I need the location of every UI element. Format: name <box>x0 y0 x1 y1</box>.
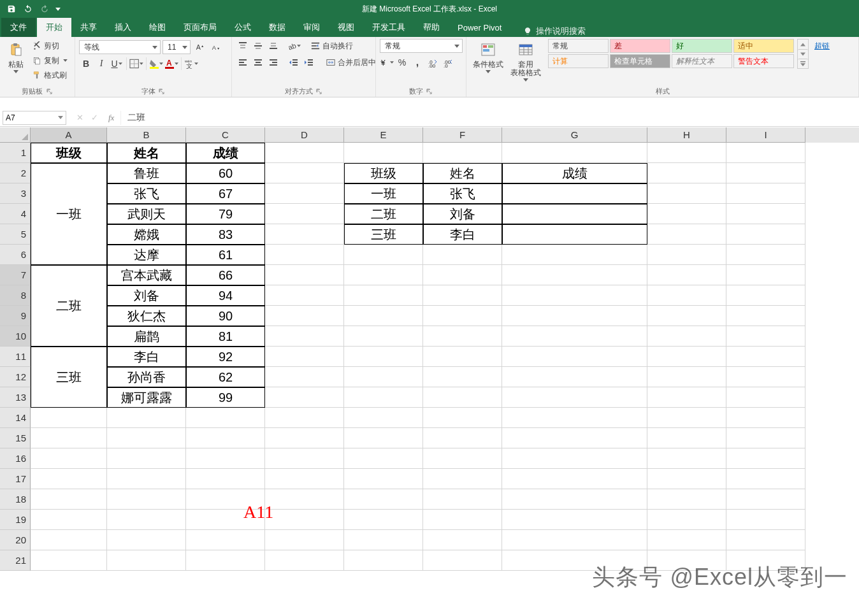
cell-G11[interactable] <box>502 347 647 367</box>
cell-E15[interactable] <box>344 428 423 448</box>
increase-font-button[interactable]: A▲ <box>192 40 206 54</box>
cell-E21[interactable] <box>344 550 423 571</box>
cell-C5[interactable]: 83 <box>186 224 265 245</box>
comma-button[interactable]: , <box>410 55 424 69</box>
cell-C8[interactable]: 94 <box>186 285 265 306</box>
cell-A19[interactable] <box>31 510 107 530</box>
cell-C7[interactable]: 66 <box>186 265 265 285</box>
cell-I10[interactable] <box>726 326 805 347</box>
cell-F9[interactable] <box>423 306 502 326</box>
col-header-E[interactable]: E <box>344 127 423 143</box>
fx-icon[interactable]: fx <box>108 113 114 123</box>
cell-G4[interactable] <box>502 204 647 224</box>
cell-H20[interactable] <box>647 530 726 550</box>
cell-F20[interactable] <box>423 530 502 550</box>
cell-I11[interactable] <box>726 347 805 367</box>
align-center-button[interactable] <box>251 55 265 69</box>
cell-B15[interactable] <box>107 428 186 448</box>
row-header-12[interactable]: 12 <box>0 367 31 387</box>
cell-G14[interactable] <box>502 408 647 428</box>
cell-B2[interactable]: 鲁班 <box>107 163 186 183</box>
align-bottom-button[interactable] <box>266 39 280 53</box>
row-header-6[interactable]: 6 <box>0 245 31 265</box>
col-header-H[interactable]: H <box>647 127 726 143</box>
name-box[interactable]: A7 <box>3 111 66 125</box>
cell-E2[interactable]: 班级 <box>344 163 423 183</box>
align-top-button[interactable] <box>236 39 250 53</box>
cell-E7[interactable] <box>344 265 423 285</box>
cell-F5[interactable]: 李白 <box>423 224 502 245</box>
cell-G20[interactable] <box>502 530 647 550</box>
cell-E16[interactable] <box>344 448 423 469</box>
cell-E5[interactable]: 三班 <box>344 224 423 245</box>
dialog-launcher-icon[interactable] <box>315 87 323 95</box>
cell-D9[interactable] <box>265 306 344 326</box>
cell-C10[interactable]: 81 <box>186 326 265 347</box>
cell-H1[interactable] <box>647 143 726 163</box>
cell-B4[interactable]: 武则天 <box>107 204 186 224</box>
cell-H14[interactable] <box>647 408 726 428</box>
cell-F10[interactable] <box>423 326 502 347</box>
percent-button[interactable]: % <box>395 55 409 69</box>
conditional-format-button[interactable]: 条件格式 <box>470 39 506 75</box>
cell-H16[interactable] <box>647 448 726 469</box>
cell-B9[interactable]: 狄仁杰 <box>107 306 186 326</box>
cell-D21[interactable] <box>265 550 344 571</box>
col-header-A[interactable]: A <box>31 127 107 143</box>
row-header-20[interactable]: 20 <box>0 530 31 550</box>
row-header-8[interactable]: 8 <box>0 285 31 306</box>
cell-A14[interactable] <box>31 408 107 428</box>
format-painter-button[interactable]: 格式刷 <box>30 68 70 82</box>
cell-F19[interactable] <box>423 510 502 530</box>
increase-decimal-button[interactable]: .0.00 <box>426 55 440 69</box>
col-header-I[interactable]: I <box>726 127 805 143</box>
cell-D4[interactable] <box>265 204 344 224</box>
cell-B6[interactable]: 达摩 <box>107 245 186 265</box>
tab-draw[interactable]: 绘图 <box>140 18 175 37</box>
cut-button[interactable]: 剪切 <box>30 39 70 53</box>
decrease-font-button[interactable]: A▼ <box>208 40 222 54</box>
tab-layout[interactable]: 页面布局 <box>175 18 226 37</box>
row-header-19[interactable]: 19 <box>0 510 31 530</box>
row-header-15[interactable]: 15 <box>0 428 31 448</box>
cell-A21[interactable] <box>31 550 107 571</box>
cell-I20[interactable] <box>726 530 805 550</box>
cell-D2[interactable] <box>265 163 344 183</box>
cell-B16[interactable] <box>107 448 186 469</box>
cell-D7[interactable] <box>265 265 344 285</box>
cell-D3[interactable] <box>265 183 344 204</box>
cell-I14[interactable] <box>726 408 805 428</box>
cell-D11[interactable] <box>265 347 344 367</box>
cell-H7[interactable] <box>647 265 726 285</box>
cell-D5[interactable] <box>265 224 344 245</box>
cell-F15[interactable] <box>423 428 502 448</box>
cell-D8[interactable] <box>265 285 344 306</box>
cell-H18[interactable] <box>647 489 726 510</box>
cell-B8[interactable]: 刘备 <box>107 285 186 306</box>
col-header-G[interactable]: G <box>502 127 647 143</box>
number-format-combo[interactable]: 常规 <box>380 39 463 53</box>
cell-I19[interactable] <box>726 510 805 530</box>
dialog-launcher-icon[interactable] <box>426 87 433 95</box>
cell-G10[interactable] <box>502 326 647 347</box>
cell-F13[interactable] <box>423 387 502 408</box>
cell-I13[interactable] <box>726 387 805 408</box>
row-headers[interactable]: 123456789101112131415161718192021 <box>0 143 31 571</box>
cell-G6[interactable] <box>502 245 647 265</box>
cell-B10[interactable]: 扁鹊 <box>107 326 186 347</box>
fill-color-button[interactable] <box>149 57 163 71</box>
tab-dev[interactable]: 开发工具 <box>363 18 414 37</box>
gallery-scroll-down[interactable] <box>798 49 808 59</box>
cell-H13[interactable] <box>647 387 726 408</box>
cell-D12[interactable] <box>265 367 344 387</box>
align-middle-button[interactable] <box>251 39 265 53</box>
gallery-scroll-up[interactable] <box>798 39 808 49</box>
cell-E14[interactable] <box>344 408 423 428</box>
cell-I8[interactable] <box>726 285 805 306</box>
row-header-4[interactable]: 4 <box>0 204 31 224</box>
undo-icon[interactable] <box>20 1 36 17</box>
cell-C11[interactable]: 92 <box>186 347 265 367</box>
formula-enter-icon[interactable]: ✓ <box>91 113 98 122</box>
cell-F1[interactable] <box>423 143 502 163</box>
bold-button[interactable]: B <box>79 57 93 71</box>
